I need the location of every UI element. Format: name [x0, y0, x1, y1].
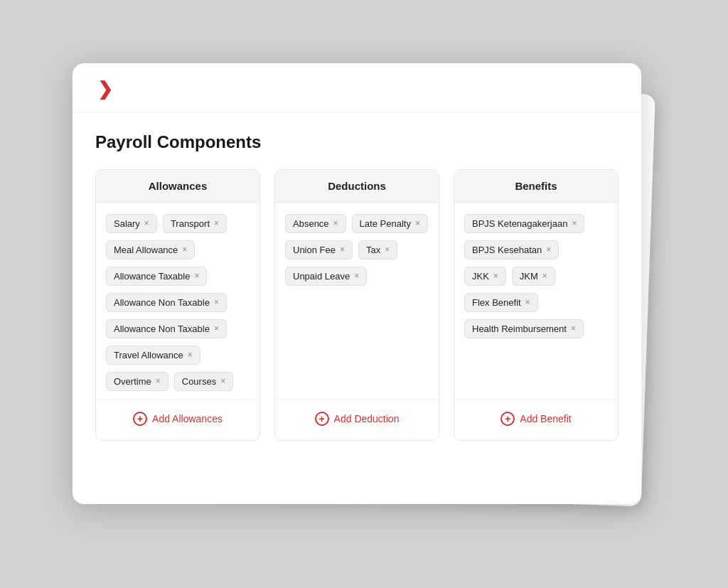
- tag-row-deductions-0: Absence×Late Penalty×: [285, 214, 429, 233]
- card-main: ❯ Payroll Components AllowancesSalary×Tr…: [73, 63, 641, 504]
- tag-label: Meal Allowance: [114, 245, 178, 255]
- column-body-deductions: Absence×Late Penalty×Union Fee×Tax×Unpai…: [275, 203, 439, 400]
- tag-row-benefits-2: JKK×JKM×: [464, 267, 608, 286]
- tag-item: Health Reimbursement×: [464, 319, 584, 338]
- tag-label: Allowance Taxable: [114, 271, 190, 282]
- card-body: Payroll Components AllowancesSalary×Tran…: [73, 112, 641, 458]
- column-footer-benefits: +Add Benefit: [454, 400, 618, 440]
- tag-item: Salary×: [106, 214, 157, 233]
- tag-close-icon[interactable]: ×: [214, 324, 219, 333]
- tag-close-icon[interactable]: ×: [572, 219, 577, 228]
- tag-item: Unpaid Leave×: [285, 267, 367, 286]
- tag-row-allowances-1: Meal Allowance×: [106, 240, 250, 260]
- tag-close-icon[interactable]: ×: [340, 245, 345, 254]
- tag-item: Meal Allowance×: [106, 240, 195, 260]
- tag-close-icon[interactable]: ×: [194, 272, 199, 280]
- header: ❯: [73, 63, 641, 112]
- tag-close-icon[interactable]: ×: [546, 245, 551, 254]
- tag-close-icon[interactable]: ×: [220, 377, 225, 385]
- tag-close-icon[interactable]: ×: [156, 377, 161, 385]
- tag-row-deductions-2: Unpaid Leave×: [285, 267, 429, 286]
- tag-item: Late Penalty×: [352, 214, 428, 233]
- tag-row-allowances-3: Allowance Non Taxable×: [106, 293, 250, 312]
- tag-row-deductions-1: Union Fee×Tax×: [285, 240, 429, 260]
- tag-label: Transport: [171, 218, 210, 229]
- columns-container: AllowancesSalary×Transport×Meal Allowanc…: [95, 169, 619, 441]
- tag-item: Union Fee×: [285, 240, 353, 260]
- tag-close-icon[interactable]: ×: [354, 272, 359, 280]
- tag-item: Absence×: [285, 214, 346, 233]
- add-button-label: Add Deduction: [334, 413, 400, 424]
- tag-close-icon[interactable]: ×: [214, 298, 219, 306]
- tag-label: Tax: [366, 245, 380, 255]
- tag-label: Unpaid Leave: [293, 271, 350, 282]
- tag-close-icon[interactable]: ×: [542, 272, 547, 280]
- tag-close-icon[interactable]: ×: [182, 245, 187, 254]
- tag-row-allowances-4: Allowance Non Taxable×: [106, 319, 250, 338]
- tag-item: Allowance Non Taxable×: [106, 293, 227, 312]
- tag-item: Courses×: [174, 372, 233, 391]
- tag-label: Late Penalty: [360, 218, 411, 229]
- column-allowances: AllowancesSalary×Transport×Meal Allowanc…: [95, 169, 260, 441]
- column-body-benefits: BPJS Ketenagakerjaan×BPJS Kesehatan×JKK×…: [454, 203, 618, 400]
- column-footer-allowances: +Add Allowances: [96, 400, 259, 440]
- tag-item: Allowance Non Taxable×: [106, 319, 227, 338]
- tag-label: Salary: [114, 218, 140, 229]
- tag-row-benefits-0: BPJS Ketenagakerjaan×: [464, 214, 608, 233]
- tag-close-icon[interactable]: ×: [214, 219, 219, 228]
- column-body-allowances: Salary×Transport×Meal Allowance×Allowanc…: [96, 203, 259, 400]
- tag-label: Courses: [182, 376, 216, 387]
- logo: ❯: [92, 76, 118, 102]
- tag-item: BPJS Kesehatan×: [464, 240, 559, 260]
- add-button-label: Add Allowances: [152, 413, 223, 424]
- tag-item: Allowance Taxable×: [106, 267, 207, 286]
- tag-close-icon[interactable]: ×: [385, 245, 390, 254]
- tag-row-benefits-1: BPJS Kesehatan×: [464, 240, 608, 260]
- column-header-allowances: Allowances: [96, 170, 259, 203]
- tag-close-icon[interactable]: ×: [333, 219, 338, 228]
- plus-circle-icon: +: [133, 412, 147, 426]
- tag-label: Absence: [293, 218, 329, 229]
- tag-close-icon[interactable]: ×: [571, 324, 576, 333]
- column-footer-deductions: +Add Deduction: [275, 400, 439, 440]
- tag-label: Travel Allowance: [114, 350, 183, 360]
- plus-circle-icon: +: [315, 412, 329, 426]
- scene: ❯ Payroll Components AllowancesSalary×Tr…: [73, 63, 655, 525]
- tag-item: Travel Allowance×: [106, 346, 200, 365]
- tag-close-icon[interactable]: ×: [144, 219, 149, 228]
- column-header-benefits: Benefits: [454, 170, 618, 203]
- add-button-label: Add Benefit: [520, 413, 571, 424]
- plus-circle-icon: +: [500, 412, 515, 426]
- tag-label: BPJS Ketenagakerjaan: [472, 218, 567, 229]
- add-allowances-button[interactable]: +Add Allowances: [127, 409, 228, 429]
- tag-item: Transport×: [163, 214, 227, 233]
- column-benefits: BenefitsBPJS Ketenagakerjaan×BPJS Keseha…: [454, 169, 619, 441]
- tag-close-icon[interactable]: ×: [525, 298, 530, 306]
- add-benefits-button[interactable]: +Add Benefit: [495, 409, 577, 429]
- tag-row-allowances-2: Allowance Taxable×: [106, 267, 250, 286]
- tag-item: Tax×: [358, 240, 397, 260]
- column-header-deductions: Deductions: [275, 170, 439, 203]
- tag-label: Flex Benefit: [472, 297, 521, 308]
- tag-close-icon[interactable]: ×: [188, 351, 193, 359]
- tag-label: Overtime: [114, 376, 151, 387]
- tag-label: BPJS Kesehatan: [472, 245, 542, 255]
- tag-close-icon[interactable]: ×: [415, 219, 420, 228]
- column-deductions: DeductionsAbsence×Late Penalty×Union Fee…: [274, 169, 439, 441]
- tag-row-allowances-6: Overtime×Courses×: [106, 372, 250, 391]
- tag-item: JKM×: [512, 267, 555, 286]
- tag-label: JKK: [472, 271, 489, 282]
- tag-item: Overtime×: [106, 372, 168, 391]
- tag-label: JKM: [520, 271, 538, 282]
- logo-chevron-icon: ❯: [97, 80, 113, 98]
- tag-row-benefits-3: Flex Benefit×: [464, 293, 608, 312]
- tag-row-allowances-0: Salary×Transport×: [106, 214, 250, 233]
- tag-item: JKK×: [464, 267, 506, 286]
- add-deductions-button[interactable]: +Add Deduction: [309, 409, 405, 429]
- tag-close-icon[interactable]: ×: [493, 272, 498, 280]
- tag-label: Allowance Non Taxable: [114, 324, 210, 334]
- tag-label: Health Reimbursement: [472, 324, 567, 334]
- tag-item: Flex Benefit×: [464, 293, 538, 312]
- tag-item: BPJS Ketenagakerjaan×: [464, 214, 584, 233]
- page-title: Payroll Components: [95, 132, 619, 152]
